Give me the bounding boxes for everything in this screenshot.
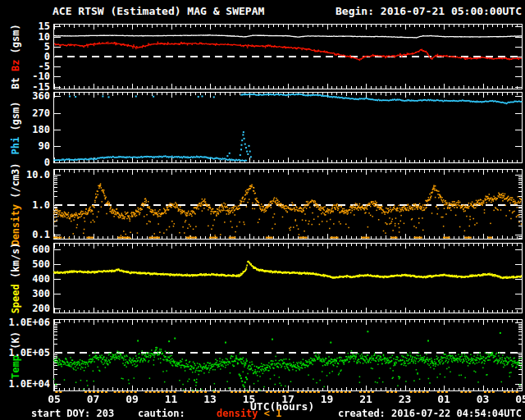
ylabel-mag-bt-bz: Bt Bz (gsm) [3,25,28,89]
xhour-07: 07 [80,393,107,405]
xhour-03: 03 [469,393,497,405]
start-doy-label: start DOY: 203 [31,408,114,419]
xhour-05: 05 [40,393,68,405]
panel-mag-phi-canvas [53,92,523,163]
panel-swepam-speed-canvas [53,243,523,313]
xhour-19: 19 [313,393,341,405]
panel-swepam-density [53,169,523,240]
xhour-05: 05 [508,393,525,405]
xhour-13: 13 [196,393,224,405]
caution-label: caution: [138,408,185,419]
ace-rtsw-plot: ACE RTSW (Estimated) MAG & SWEPAM Begin:… [0,0,525,420]
ylabel-part: Density [10,199,21,246]
xhour-01: 01 [430,393,458,405]
caution-flag-text: density < 1 [217,408,281,419]
ylabel-part: (km/s) [10,243,21,278]
ylabel-mag-phi: Phi (gsm) [3,93,28,162]
xhour-11: 11 [158,393,185,405]
caution-flag-density: density [217,408,264,419]
panel-mag-bt-bz-canvas [53,24,523,89]
ylabel-part: (/cm3) [10,162,21,198]
panel-mag-phi [53,92,523,163]
ylabel-part: (gsm) [10,101,21,130]
xhour-21: 21 [352,393,380,405]
panel-swepam-density-canvas [53,169,523,240]
panel-swepam-speed [53,243,523,313]
caution-flag-threshold: < 1 [264,408,282,419]
ylabel-part: Phi [10,130,21,154]
ylabel-swepam-temp: Temp (K) [3,320,28,390]
ylabel-part: Temp [10,349,21,379]
created-timestamp: created: 2016-07-22 04:54:04UTC [338,408,522,419]
ylabel-part: Bz [10,53,21,71]
ylabel-part: (gsm) [10,24,21,53]
ylabel-swepam-speed: Speed (km/s) [3,244,28,313]
ylabel-part: Speed [10,278,21,313]
panel-swepam-temp-canvas [53,319,523,391]
ylabel-part: Bt [10,71,21,89]
plot-title: ACE RTSW (Estimated) MAG & SWEPAM [52,5,264,17]
panel-swepam-temp [53,319,523,391]
begin-timestamp: Begin: 2016-07-21 05:00:00UTC [336,5,522,17]
ylabel-swepam-density: Density (/cm3) [3,170,28,239]
xhour-09: 09 [118,393,146,405]
panel-mag-bt-bz [53,24,523,89]
xhour-23: 23 [391,393,419,405]
ylabel-part: (K) [10,331,21,349]
